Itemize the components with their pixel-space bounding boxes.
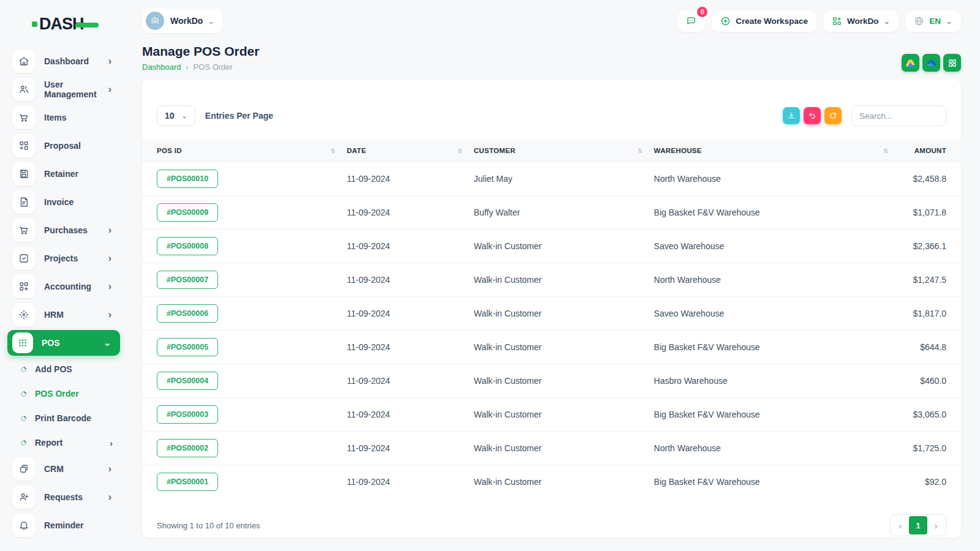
sidebar-item-items[interactable]: Items <box>7 103 120 132</box>
header-amount[interactable]: AMOUNT <box>900 140 961 162</box>
building-icon <box>146 12 164 30</box>
table-toolbar: 10 ⌄ Entries Per Page <box>142 93 961 140</box>
refresh-button[interactable] <box>824 107 842 124</box>
topbar: WorkDo ⌄ 0 Create Workspace WorkDo ⌄ EN … <box>142 0 961 36</box>
sidebar-item-label: POS <box>42 338 104 348</box>
sidebar-subitem-report[interactable]: Report › <box>7 430 120 455</box>
export-button[interactable] <box>783 107 800 124</box>
sidebar-subitem-print-barcode[interactable]: Print Barcode <box>7 406 120 430</box>
chevron-right-icon: › <box>110 438 120 448</box>
sidebar-item-hrm[interactable]: HRM › <box>7 301 120 329</box>
grid-icon <box>948 59 957 67</box>
chevron-right-icon: › <box>108 282 115 291</box>
pos-id-link[interactable]: #POS00004 <box>157 372 218 390</box>
language-selector[interactable]: EN ⌄ <box>905 10 961 32</box>
sort-icon: ⇅ <box>458 148 463 154</box>
header-customer[interactable]: CUSTOMER⇅ <box>473 140 654 162</box>
search-input[interactable] <box>851 105 946 126</box>
google-drive-button[interactable] <box>902 54 919 72</box>
grid-view-button[interactable] <box>943 54 961 72</box>
chevron-right-icon: › <box>108 464 115 474</box>
undo-button[interactable] <box>804 107 821 124</box>
cell-amount: $644.8 <box>900 331 961 364</box>
sidebar-item-invoice[interactable]: Invoice <box>7 188 120 216</box>
bell-icon <box>12 514 36 537</box>
pos-id-link[interactable]: #POS00003 <box>157 405 218 424</box>
breadcrumb: Dashboard › POS Order <box>142 62 259 72</box>
pos-id-link[interactable]: #POS00006 <box>157 304 218 323</box>
entries-per-page-select[interactable]: 10 ⌄ <box>157 105 195 126</box>
create-workspace-label: Create Workspace <box>736 17 808 26</box>
sidebar-item-user-management[interactable]: User Management › <box>7 75 120 103</box>
download-icon <box>787 111 796 120</box>
cart-icon <box>12 106 36 129</box>
header-warehouse[interactable]: WAREHOUSE⇅ <box>654 140 900 162</box>
bullet-icon <box>20 414 28 422</box>
sidebar-item-label: Reminder <box>44 520 115 530</box>
sidebar-subitem-add-pos[interactable]: Add POS <box>7 357 120 381</box>
chevron-right-icon: › <box>108 253 115 263</box>
header-pos-id[interactable]: POS ID⇅ <box>142 140 347 162</box>
pos-id-link[interactable]: #POS00002 <box>157 439 218 457</box>
sidebar-item-label: User Management <box>44 80 108 99</box>
breadcrumb-current: POS Order <box>194 62 233 72</box>
onedrive-button[interactable] <box>922 54 940 72</box>
dots-grid-icon <box>12 332 33 353</box>
page-1-button[interactable]: 1 <box>909 516 927 534</box>
chevron-right-icon: › <box>108 492 115 502</box>
cell-warehouse: Big Basket F&V Warehouse <box>654 331 900 364</box>
cell-warehouse: Big Basket F&V Warehouse <box>654 398 900 432</box>
table-row: #POS00010 11-09-2024 Juliet May North Wa… <box>142 162 961 196</box>
cell-customer: Walk-in Customer <box>473 297 654 331</box>
table-row: #POS00006 11-09-2024 Walk-in Customer Sa… <box>142 297 961 331</box>
cell-amount: $2,366.1 <box>900 230 961 263</box>
sort-icon: ⇅ <box>638 148 643 154</box>
chat-button[interactable]: 0 <box>677 10 705 32</box>
next-page-button[interactable]: › <box>927 516 944 534</box>
cell-date: 11-09-2024 <box>347 263 473 297</box>
sidebar-subitem-label: POS Order <box>35 389 120 399</box>
sidebar-item-projects[interactable]: Projects › <box>7 244 120 272</box>
cell-amount: $92.0 <box>900 465 961 499</box>
workspace-selector[interactable]: WorkDo ⌄ <box>142 9 223 33</box>
sidebar-item-pos[interactable]: POS ⌄ <box>7 330 120 356</box>
plus-circle-icon <box>720 16 731 26</box>
language-code: EN <box>929 17 941 26</box>
sidebar-item-purchases[interactable]: Purchases › <box>7 216 120 244</box>
onedrive-icon <box>926 59 937 67</box>
pos-id-link[interactable]: #POS00001 <box>157 473 218 491</box>
pos-id-link[interactable]: #POS00010 <box>157 170 218 188</box>
workspace-menu-button[interactable]: WorkDo ⌄ <box>823 10 899 32</box>
cell-customer: Walk-in Customer <box>473 432 654 465</box>
table-row: #POS00005 11-09-2024 Walk-in Customer Bi… <box>142 331 961 364</box>
pos-id-link[interactable]: #POS00007 <box>157 271 218 289</box>
brand-logo[interactable]: DASH <box>7 11 120 47</box>
workspace-menu-label: WorkDo <box>847 17 879 26</box>
logo-dot <box>32 21 37 27</box>
breadcrumb-dashboard-link[interactable]: Dashboard <box>142 62 181 72</box>
sidebar-item-dashboard[interactable]: Dashboard › <box>7 47 120 75</box>
pos-id-link[interactable]: #POS00008 <box>157 237 218 255</box>
create-workspace-button[interactable]: Create Workspace <box>712 10 816 32</box>
sidebar-subitem-pos-order[interactable]: POS Order <box>7 381 120 406</box>
table-row: #POS00008 11-09-2024 Walk-in Customer Sa… <box>142 230 961 263</box>
chevron-down-icon: ⌄ <box>946 17 952 26</box>
pos-id-link[interactable]: #POS00009 <box>157 203 218 222</box>
sidebar-item-label: Invoice <box>44 197 115 207</box>
sidebar-item-proposal[interactable]: Proposal <box>7 132 120 160</box>
cart-icon <box>12 219 36 242</box>
pos-id-link[interactable]: #POS00005 <box>157 338 218 356</box>
prev-page-button[interactable]: ‹ <box>892 516 909 534</box>
sidebar: DASH Dashboard › User Management › Items… <box>0 0 127 551</box>
sidebar-item-requests[interactable]: Requests › <box>7 483 120 511</box>
sidebar-item-label: Accounting <box>44 282 108 291</box>
cell-warehouse: North Warehouse <box>654 162 900 196</box>
sidebar-item-reminder[interactable]: Reminder <box>7 511 120 539</box>
sidebar-item-crm[interactable]: CRM › <box>7 455 120 483</box>
cell-date: 11-09-2024 <box>347 331 473 364</box>
cell-amount: $1,071.8 <box>900 196 961 230</box>
home-icon <box>12 50 36 73</box>
header-date[interactable]: DATE⇅ <box>347 140 473 162</box>
sidebar-item-retainer[interactable]: Retainer <box>7 160 120 188</box>
sidebar-item-accounting[interactable]: Accounting › <box>7 272 120 301</box>
